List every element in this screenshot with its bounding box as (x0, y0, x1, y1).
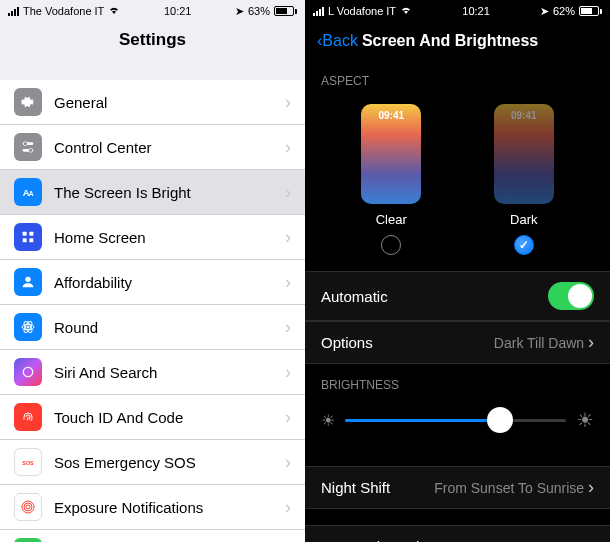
wifi-icon (400, 5, 412, 17)
signal-icon (313, 7, 324, 16)
clock-label: 10:21 (462, 5, 490, 17)
aspect-clear[interactable]: 09:41 Clear (361, 104, 421, 255)
list-item-general[interactable]: General › (0, 80, 305, 125)
list-item-control-center[interactable]: Control Center › (0, 125, 305, 170)
slider-fill (345, 419, 500, 422)
list-item-touch-id[interactable]: Touch ID And Code › (0, 395, 305, 440)
row-label: Night Shift (321, 479, 390, 496)
atom-icon (14, 313, 42, 341)
row-label: Sos Emergency SOS (54, 454, 285, 471)
fingerprint-icon (14, 403, 42, 431)
chevron-right-icon: › (285, 407, 291, 428)
automatic-toggle[interactable] (548, 282, 594, 310)
svg-rect-8 (23, 238, 27, 242)
sun-small-icon: ☀ (321, 411, 335, 430)
battery-icon (274, 6, 297, 16)
aspect-dark[interactable]: 09:41 Dark (494, 104, 554, 255)
settings-screen: The Vodafone IT 10:21 ➤ 63% Settings Gen… (0, 0, 305, 542)
chevron-right-icon: › (588, 332, 594, 352)
list-item-sos[interactable]: SOS Sos Emergency SOS › (0, 440, 305, 485)
status-bar: L Vodafone IT 10:21 ➤ 62% (305, 0, 610, 22)
svg-text:SOS: SOS (22, 460, 34, 466)
brightness-slider[interactable] (345, 419, 566, 422)
back-button[interactable]: ‹ Back (317, 32, 358, 50)
svg-rect-6 (23, 232, 27, 236)
svg-rect-9 (29, 238, 33, 242)
clock-label: 10:21 (164, 5, 192, 17)
list-item-screen-bright[interactable]: AA The Screen Is Bright › (0, 170, 305, 215)
radio-dark[interactable] (514, 235, 534, 255)
section-brightness: Brightness (305, 364, 610, 398)
battery-icon (579, 6, 602, 16)
chevron-right-icon: › (285, 227, 291, 248)
phone-preview-dark: 09:41 (494, 104, 554, 204)
row-night-shift[interactable]: Night Shift From Sunset To Sunrise › (305, 466, 610, 509)
chevron-right-icon: › (285, 137, 291, 158)
row-label: Siri And Search (54, 364, 285, 381)
svg-point-10 (25, 277, 30, 282)
chevron-right-icon: › (285, 452, 291, 473)
row-label: Round (54, 319, 285, 336)
list-item-round[interactable]: Round › (0, 305, 305, 350)
row-label: General (54, 94, 285, 111)
page-title: Settings (0, 30, 305, 50)
carrier-label: The Vodafone IT (23, 5, 104, 17)
sun-large-icon: ☀ (576, 408, 594, 432)
svg-point-18 (24, 503, 32, 511)
radio-clear[interactable] (381, 235, 401, 255)
chevron-right-icon: › (285, 362, 291, 383)
carrier-label: L Vodafone IT (328, 5, 396, 17)
phone-preview-clear: 09:41 (361, 104, 421, 204)
location-icon: ➤ (540, 5, 549, 18)
settings-list: General › Control Center › AA The Screen… (0, 80, 305, 542)
sos-icon: SOS (14, 448, 42, 476)
header: Settings (0, 22, 305, 62)
exposure-icon (14, 493, 42, 521)
list-item-siri[interactable]: Siri And Search › (0, 350, 305, 395)
back-label: Back (322, 32, 358, 50)
row-label: Touch ID And Code (54, 409, 285, 426)
svg-point-3 (29, 148, 33, 152)
row-label: Exposure Notifications (54, 499, 285, 516)
page-title: Screen And Brightness (362, 32, 538, 50)
siri-icon (14, 358, 42, 386)
person-icon (14, 268, 42, 296)
aspect-label: Clear (376, 212, 407, 227)
row-label: Options (321, 334, 373, 351)
row-label: Affordability (54, 274, 285, 291)
battery-icon (14, 538, 42, 542)
row-label: Control Center (54, 139, 285, 156)
chevron-right-icon: › (285, 182, 291, 203)
grid-icon (14, 223, 42, 251)
brightness-screen: L Vodafone IT 10:21 ➤ 62% ‹ Back Screen … (305, 0, 610, 542)
row-automatic: Automatic (305, 271, 610, 321)
row-label: Home Screen (54, 229, 285, 246)
list-item-affordability[interactable]: Affordability › (0, 260, 305, 305)
signal-icon (8, 7, 19, 16)
svg-rect-7 (29, 232, 33, 236)
status-bar: The Vodafone IT 10:21 ➤ 63% (0, 0, 305, 22)
row-value: Dark Till Dawn (494, 335, 584, 351)
brightness-slider-row: ☀ ☀ (305, 398, 610, 450)
row-auto-lock[interactable]: Automatic Lock Never › (305, 525, 610, 542)
gear-icon (14, 88, 42, 116)
wifi-icon (108, 5, 120, 17)
chevron-right-icon: › (285, 92, 291, 113)
row-label: The Screen Is Bright (54, 184, 285, 201)
row-value: From Sunset To Sunrise (434, 480, 584, 496)
aspect-selector: 09:41 Clear 09:41 Dark (305, 94, 610, 271)
section-aspect: ASPECT (305, 60, 610, 94)
location-icon: ➤ (235, 5, 244, 18)
slider-thumb[interactable] (487, 407, 513, 433)
row-options[interactable]: Options Dark Till Dawn › (305, 321, 610, 364)
chevron-right-icon: › (588, 536, 594, 542)
svg-text:A: A (29, 190, 34, 197)
svg-point-14 (27, 326, 29, 328)
list-item-exposure[interactable]: Exposure Notifications › (0, 485, 305, 530)
list-item-home-screen[interactable]: Home Screen › (0, 215, 305, 260)
battery-percent: 63% (248, 5, 270, 17)
chevron-right-icon: › (285, 317, 291, 338)
list-item-battery[interactable]: Battery › (0, 530, 305, 542)
row-label: Automatic Lock (321, 538, 424, 542)
svg-point-2 (23, 142, 27, 146)
